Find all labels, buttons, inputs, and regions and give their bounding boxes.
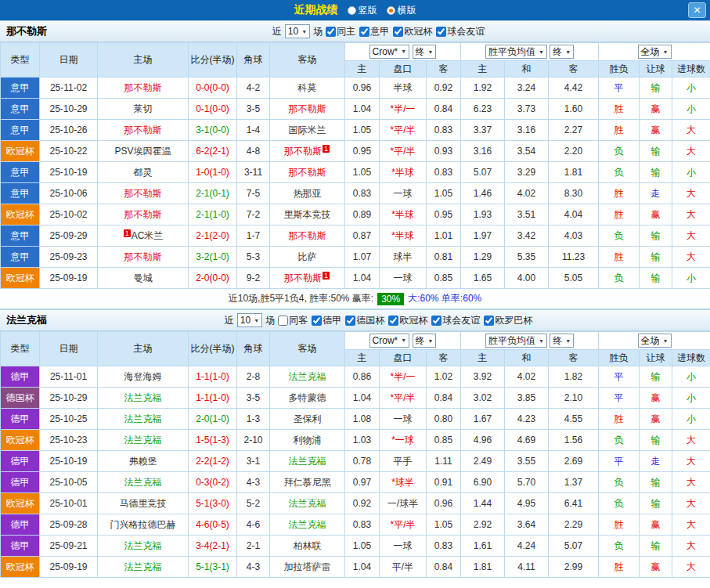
filter-checkbox[interactable] <box>484 316 494 326</box>
goals-cell: 大 <box>672 557 710 578</box>
filter-checkbox[interactable] <box>345 316 355 326</box>
filter-球会友谊[interactable]: 球会友谊 <box>431 314 480 327</box>
home-team-name[interactable]: PSV埃因霍温 <box>114 146 171 157</box>
home-team-name[interactable]: 法兰克福 <box>124 561 162 572</box>
filter-checkbox[interactable] <box>431 316 441 326</box>
away-team-name[interactable]: 里斯本竞技 <box>284 209 331 220</box>
away-team-name[interactable]: 加拉塔萨雷 <box>284 561 331 572</box>
score[interactable]: 0-1(0-0) <box>189 99 237 120</box>
odds-final-select[interactable]: 终 <box>413 45 437 59</box>
home-team-name[interactable]: 门兴格拉德巴赫 <box>110 519 176 530</box>
score[interactable]: 1-5(1-3) <box>189 430 237 451</box>
score[interactable]: 2-2(1-2) <box>189 451 237 472</box>
home-team-name[interactable]: 那不勒斯 <box>124 188 162 199</box>
home-team-name[interactable]: 那不勒斯 <box>124 124 162 135</box>
home-team-name[interactable]: 那不勒斯 <box>124 82 162 93</box>
match-count-select[interactable]: 10 <box>237 313 262 327</box>
score[interactable]: 6-2(2-1) <box>189 141 237 162</box>
home-team-name[interactable]: 那不勒斯 <box>124 251 162 262</box>
away-team-name[interactable]: 圣保利 <box>294 413 322 424</box>
scope-select[interactable]: 全场 <box>638 334 672 348</box>
odds-home: 1.81 <box>461 557 505 578</box>
filter-同主[interactable]: 同主 <box>326 25 355 38</box>
filter-德国杯[interactable]: 德国杯 <box>345 314 384 327</box>
home-team-name[interactable]: 海登海姆 <box>124 371 162 382</box>
filter-同客[interactable]: 同客 <box>278 314 308 327</box>
odds-final-select[interactable]: 终 <box>413 334 437 348</box>
home-team-name[interactable]: 法兰克福 <box>124 435 162 446</box>
score[interactable]: 2-1(0-1) <box>189 183 237 204</box>
score[interactable]: 0-3(0-2) <box>189 472 237 493</box>
score[interactable]: 5-1(3-1) <box>189 557 237 578</box>
layout-radio-horizontal[interactable]: 横版 <box>387 4 416 17</box>
avg-odds-select[interactable]: 胜平负均值 <box>485 334 547 348</box>
away-team-name[interactable]: 热那亚 <box>294 188 322 199</box>
filter-checkbox[interactable] <box>278 316 288 326</box>
score[interactable]: 1-1(1-0) <box>189 366 237 388</box>
away-team-name[interactable]: 那不勒斯 <box>289 230 326 241</box>
home-team-name[interactable]: AC米兰 <box>132 230 164 241</box>
home-team-name[interactable]: 法兰克福 <box>124 413 162 424</box>
away-team-name[interactable]: 科莫 <box>298 82 317 93</box>
away-team-name[interactable]: 柏林联 <box>294 540 322 551</box>
away-team-name[interactable]: 法兰克福 <box>289 498 326 509</box>
filter-checkbox[interactable] <box>436 27 446 37</box>
filter-checkbox[interactable] <box>393 27 403 37</box>
odds-company-select[interactable]: Crow* <box>369 334 410 348</box>
away-team-name[interactable]: 国际米兰 <box>289 124 326 135</box>
layout-radio-vertical[interactable]: 竖版 <box>348 4 377 17</box>
score[interactable]: 5-1(3-0) <box>189 493 237 514</box>
filter-欧罗巴杯[interactable]: 欧罗巴杯 <box>484 314 532 327</box>
home-team-name[interactable]: 都灵 <box>134 167 153 178</box>
column-header: 进球数 <box>672 350 710 366</box>
score[interactable]: 2-0(0-0) <box>189 268 237 289</box>
home-team-name[interactable]: 法兰克福 <box>124 477 162 488</box>
away-team-name[interactable]: 利物浦 <box>294 435 322 446</box>
filter-checkbox[interactable] <box>312 316 322 326</box>
home-team-name[interactable]: 弗赖堡 <box>129 456 157 467</box>
score[interactable]: 2-0(1-0) <box>189 409 237 430</box>
away-team-name[interactable]: 那不勒斯 <box>289 167 326 178</box>
away-team-name[interactable]: 那不勒斯 <box>284 146 322 157</box>
away-team-name[interactable]: 法兰克福 <box>289 371 326 382</box>
score[interactable]: 3-2(1-0) <box>189 247 237 268</box>
radio-selected-icon[interactable] <box>387 6 395 15</box>
score[interactable]: 3-4(2-1) <box>189 536 237 557</box>
filter-意甲[interactable]: 意甲 <box>359 25 389 38</box>
home-team-name[interactable]: 马德里竞技 <box>120 498 167 509</box>
away-team-name[interactable]: 那不勒斯 <box>284 272 322 283</box>
filter-德甲[interactable]: 德甲 <box>312 314 341 327</box>
avg-final-select[interactable]: 终 <box>550 334 574 348</box>
filter-checkbox[interactable] <box>326 27 336 37</box>
score[interactable]: 1-1(1-0) <box>189 388 237 409</box>
home-team-name[interactable]: 莱切 <box>134 103 153 114</box>
score[interactable]: 2-1(2-0) <box>189 225 237 247</box>
away-team-name[interactable]: 那不勒斯 <box>289 103 326 114</box>
away-team-name[interactable]: 多特蒙德 <box>289 392 326 403</box>
away-team-name[interactable]: 拜仁慕尼黑 <box>284 477 331 488</box>
close-button[interactable]: ✕ <box>688 2 706 18</box>
radio-icon[interactable] <box>348 6 356 15</box>
avg-odds-select[interactable]: 胜平负均值 <box>485 45 547 59</box>
score[interactable]: 2-1(1-0) <box>189 204 237 225</box>
avg-final-select[interactable]: 终 <box>550 45 574 59</box>
away-team-name[interactable]: 法兰克福 <box>289 456 326 467</box>
score[interactable]: 0-0(0-0) <box>189 78 237 99</box>
home-team-name[interactable]: 曼城 <box>134 272 153 283</box>
filter-欧冠杯[interactable]: 欧冠杯 <box>393 25 432 38</box>
score[interactable]: 4-6(0-5) <box>189 514 237 536</box>
home-team-name[interactable]: 那不勒斯 <box>124 209 162 220</box>
odds-company-select[interactable]: Crow* <box>369 45 410 59</box>
score[interactable]: 3-1(0-0) <box>189 120 237 141</box>
match-count-select[interactable]: 10 <box>285 24 310 38</box>
filter-球会友谊[interactable]: 球会友谊 <box>436 25 485 38</box>
away-team-name[interactable]: 比萨 <box>298 251 317 262</box>
filter-checkbox[interactable] <box>359 27 369 37</box>
score[interactable]: 1-0(1-0) <box>189 162 237 183</box>
filter-欧冠杯[interactable]: 欧冠杯 <box>388 314 427 327</box>
home-team-name[interactable]: 法兰克福 <box>124 540 162 551</box>
home-team-name[interactable]: 法兰克福 <box>124 392 162 403</box>
scope-select[interactable]: 全场 <box>638 45 672 59</box>
filter-checkbox[interactable] <box>388 316 398 326</box>
away-team-name[interactable]: 法兰克福 <box>289 519 326 530</box>
